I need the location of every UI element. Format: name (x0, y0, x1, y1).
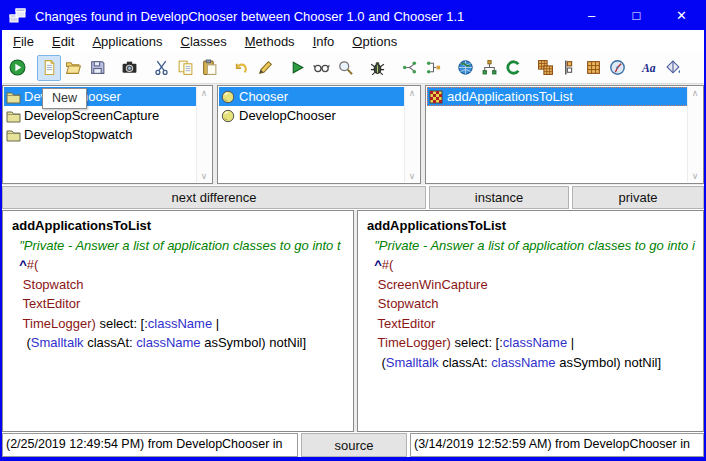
implementors-icon[interactable] (421, 55, 445, 81)
flag-icon[interactable] (557, 55, 581, 81)
menu-item-file[interactable]: File (4, 32, 43, 51)
search-icon[interactable] (333, 55, 357, 81)
list-item-DevelopChooser[interactable]: DevelopChooser (4, 87, 211, 106)
source-button[interactable]: source (301, 433, 407, 457)
difference-button-row: next difference instance private (2, 185, 704, 210)
method-icon (429, 90, 444, 104)
close-button[interactable]: ✕ (659, 2, 704, 30)
marker-icon[interactable] (253, 55, 277, 81)
copy-icon[interactable] (173, 55, 197, 81)
title-bar: Changes found in DevelopChooser between … (2, 2, 704, 30)
scroll-up-icon[interactable]: ∧ (692, 87, 699, 99)
code-line: addApplicationsToList (367, 216, 703, 236)
status-right: (3/14/2019 12:52:59 AM) from DevelopChoo… (410, 433, 704, 457)
hierarchy-icon[interactable] (477, 55, 501, 81)
list-item-addApplicationsToList[interactable]: addApplicationsToList (427, 87, 702, 106)
code-pane-right[interactable]: addApplicationsToList "Private - Answer … (357, 210, 704, 432)
folder-icon (6, 90, 21, 104)
toolbar-separator (277, 52, 285, 83)
methods-list[interactable]: addApplicationsToList ∧∨ (425, 85, 704, 184)
scroll-up-icon[interactable]: ∧ (409, 87, 416, 99)
undo-icon[interactable] (229, 55, 253, 81)
senders-icon[interactable] (397, 55, 421, 81)
refresh-icon[interactable] (501, 55, 525, 81)
list-item-label: DevelopScreenCapture (24, 108, 159, 123)
paste-icon[interactable] (197, 55, 221, 81)
list-item-DevelopChooser[interactable]: DevelopChooser (219, 106, 419, 125)
toolbar: Aa (2, 52, 704, 84)
cut-icon[interactable] (149, 55, 173, 81)
ball-icon (221, 90, 236, 104)
new-icon[interactable] (37, 55, 61, 81)
maximize-button[interactable]: □ (614, 2, 659, 30)
save-icon[interactable] (85, 55, 109, 81)
toolbar-separator (389, 52, 397, 83)
glasses-icon[interactable] (309, 55, 333, 81)
vertical-scrollbar[interactable]: ∧∨ (196, 87, 211, 182)
code-pane-left[interactable]: addApplicationsToList "Private - Answer … (2, 210, 354, 432)
code-line: TextEditor (12, 294, 353, 314)
toolbar-separator (629, 52, 637, 83)
list-item-label: DevelopChooser (239, 108, 336, 123)
font-icon[interactable]: Aa (637, 55, 661, 81)
toolbar-separator (109, 52, 117, 83)
applications-list[interactable]: DevelopChooserDevelopScreenCaptureDevelo… (2, 85, 213, 184)
toolbar-separator (525, 52, 533, 83)
list-item-label: Chooser (239, 89, 288, 104)
next-difference-button[interactable]: next difference (2, 186, 426, 209)
classes-list[interactable]: ChooserDevelopChooser ∧∨ (217, 85, 421, 184)
toolbar-separator (357, 52, 365, 83)
code-line: TextEditor (367, 314, 703, 334)
code-line: TimeLogger) select: [:className | (12, 314, 353, 334)
debug-icon[interactable] (365, 55, 389, 81)
app-window-icon (9, 8, 27, 24)
code-line: (Smalltalk classAt: className asSymbol) … (367, 353, 703, 373)
code-line: ^#( (12, 255, 353, 275)
camera-icon[interactable] (117, 55, 141, 81)
code-line: "Private - Answer a list of application … (367, 236, 703, 256)
code-line: Stopwatch (12, 275, 353, 295)
globe-icon[interactable] (453, 55, 477, 81)
code-line: ^#( (367, 255, 703, 275)
fill-icon[interactable] (661, 55, 685, 81)
menu-bar: FileEditApplicationsClassesMethodsInfoOp… (2, 30, 704, 52)
play-icon[interactable] (285, 55, 309, 81)
menu-item-options[interactable]: Options (343, 32, 406, 51)
list-panes: DevelopChooserDevelopScreenCaptureDevelo… (2, 84, 704, 185)
window-title: Changes found in DevelopChooser between … (35, 9, 569, 24)
menu-item-methods[interactable]: Methods (236, 32, 304, 51)
tooltip-new: New (42, 88, 87, 109)
list-item-DevelopScreenCapture[interactable]: DevelopScreenCapture (4, 106, 211, 125)
code-line: "Private - Answer a list of application … (12, 236, 353, 256)
run-icon[interactable] (5, 55, 29, 81)
scroll-down-icon[interactable]: ∨ (692, 170, 699, 182)
scroll-up-icon[interactable]: ∧ (201, 87, 208, 99)
menu-item-applications[interactable]: Applications (83, 32, 171, 51)
menu-item-edit[interactable]: Edit (43, 32, 83, 51)
scroll-down-icon[interactable]: ∨ (201, 170, 208, 182)
list-item-DevelopStopwatch[interactable]: DevelopStopwatch (4, 125, 211, 144)
instance-button[interactable]: instance (429, 186, 569, 209)
toolbar-separator (29, 52, 37, 83)
open-icon[interactable] (61, 55, 85, 81)
list-item-Chooser[interactable]: Chooser (219, 87, 419, 106)
code-line: addApplicationsToList (12, 216, 353, 236)
changes-browser-window: Changes found in DevelopChooser between … (0, 0, 706, 461)
menu-item-classes[interactable]: Classes (171, 32, 235, 51)
grid-icon[interactable] (581, 55, 605, 81)
menu-item-info[interactable]: Info (304, 32, 344, 51)
toolbar-separator (221, 52, 229, 83)
private-button[interactable]: private (572, 186, 704, 209)
folder-icon (6, 109, 21, 123)
code-line: Stopwatch (367, 294, 703, 314)
folder-icon (6, 128, 21, 142)
code-line: ScreenWinCapture (367, 275, 703, 295)
vertical-scrollbar[interactable]: ∧∨ (687, 87, 702, 182)
windows-icon[interactable] (533, 55, 557, 81)
svg-text:Aa: Aa (641, 62, 656, 75)
toolbar-separator (445, 52, 453, 83)
compass-icon[interactable] (605, 55, 629, 81)
minimize-button[interactable]: – (569, 2, 614, 30)
scroll-down-icon[interactable]: ∨ (409, 170, 416, 182)
vertical-scrollbar[interactable]: ∧∨ (404, 87, 419, 182)
